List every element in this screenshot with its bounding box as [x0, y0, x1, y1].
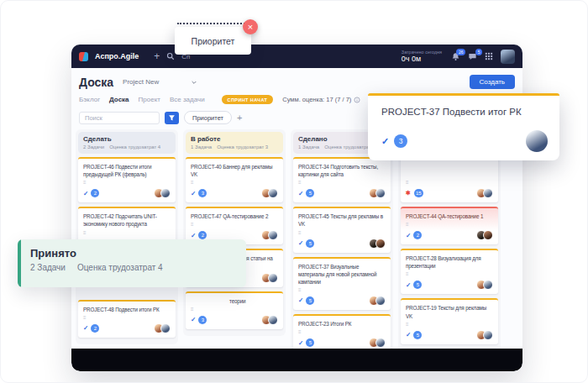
search-icon[interactable] — [166, 52, 175, 60]
description-icon: ≡ — [191, 180, 278, 185]
description-icon: ≡ — [298, 230, 386, 235]
filter-chip-priority[interactable]: Приоритет — [184, 111, 232, 124]
description-icon: ≡ — [83, 230, 171, 235]
tab-board[interactable]: Доска — [109, 96, 129, 103]
tab-backlog[interactable]: Бэклог — [79, 96, 100, 103]
assignee-avatars — [157, 323, 171, 333]
estimate-badge: 2 — [198, 231, 207, 239]
task-card[interactable]: PROJECT-23 Итоги РК ≡ ✓ 5 — [293, 314, 391, 349]
column-title: Сделать — [83, 135, 171, 143]
accepted-estimate: Оценка трудозатрат 4 — [77, 263, 163, 272]
task-card[interactable]: PROJECT-34 Подготовить тексты, картинки … — [293, 157, 391, 202]
column-tasks-count: 1 Задача — [298, 144, 319, 150]
accepted-tasks-count: 2 Задачи — [30, 263, 66, 272]
assignee-avatars — [265, 230, 278, 240]
avatar — [483, 330, 493, 340]
checkmark-icon: ✓ — [83, 324, 88, 332]
accepted-status-popup: Принято 2 Задачи Оценка трудозатрат 4 — [18, 239, 246, 287]
assignee-avatars — [480, 330, 493, 340]
avatar — [375, 239, 386, 249]
estimate-badge: 5 — [413, 331, 422, 339]
estimate-badge: 5 — [306, 239, 314, 248]
add-filter-button[interactable]: + — [237, 113, 242, 123]
app-name: Аспро.Agile — [95, 52, 139, 60]
avatar — [375, 296, 386, 306]
checkmark-icon: ✓ — [406, 232, 411, 239]
tab-project[interactable]: Проект — [139, 96, 160, 103]
assignee-avatars — [372, 188, 386, 198]
assignee-avatars — [157, 188, 171, 198]
avatar — [268, 230, 278, 240]
board-column: ≡ ✱ 15 PROJECT-44 QA-тестирование 1 ≡ ✓ … — [398, 129, 501, 349]
logo-icon — [79, 52, 88, 61]
avatar — [160, 323, 171, 333]
avatar — [268, 273, 278, 283]
top-navbar: Аспро.Agile + Сп Затрачено сегодня 0ч 0м… — [71, 45, 522, 68]
info-icon — [354, 97, 360, 103]
description-icon: ≡ — [83, 180, 171, 185]
task-card[interactable]: ≡ ✱ 15 — [401, 157, 498, 202]
apps-grid-button[interactable] — [485, 52, 493, 60]
accepted-title: Принято — [30, 247, 234, 260]
create-button[interactable]: Создать — [470, 75, 515, 89]
description-icon: ≡ — [83, 315, 171, 320]
board-column: В работе 1 Задача Оценка трудозатрат 3 P… — [183, 129, 286, 336]
column-estimate: Оценка трудозатрат 4 — [109, 144, 160, 150]
column-tasks-count: 1 Задача — [191, 144, 212, 150]
task-card[interactable]: теории ≡ ✓ 3 — [186, 291, 283, 329]
tab-all-tasks[interactable]: Все задачи — [170, 96, 205, 103]
checkmark-icon: ✓ — [191, 232, 196, 239]
column-tasks-count: 2 Задачи — [83, 144, 104, 150]
avatar — [483, 188, 493, 198]
search-input[interactable] — [79, 112, 160, 124]
assignee-avatars — [372, 296, 386, 306]
checkmark-icon: ✓ — [381, 136, 389, 147]
estimate-badge: 5 — [306, 338, 314, 347]
page: Аспро.Agile + Сп Затрачено сегодня 0ч 0м… — [0, 0, 588, 383]
column-header: Сделать 2 Задачи Оценка трудозатрат 4 — [78, 132, 176, 154]
task-card[interactable]: PROJECT-44 QA-тестирование 1 ≡ ✓ 2 — [401, 207, 498, 244]
task-card[interactable]: PROJECT-40 Баннер для рекламы VK ≡ ✓ 3 — [186, 157, 283, 202]
close-button[interactable]: × — [243, 19, 258, 34]
close-icon: × — [248, 22, 253, 32]
user-avatar[interactable] — [501, 50, 515, 64]
task-card[interactable]: PROJECT-45 Тексты для рекламы в VK ≡ ✓ 5 — [293, 207, 391, 252]
estimate-badge: 5 — [306, 296, 314, 305]
assignee-avatars — [372, 338, 386, 348]
task-card-title: PROJECT-19 Тексты для рекламы VK — [406, 304, 493, 319]
task-card[interactable]: PROJECT-46 Подвести итоги предыдущей РК … — [78, 157, 176, 202]
notifications-button[interactable]: 26 — [451, 52, 460, 61]
priority-tooltip: Приоритет × — [175, 27, 251, 55]
project-name: Project New — [123, 78, 159, 86]
task-card[interactable]: PROJECT-19 Тексты для рекламы VK ≡ ✓ 5 — [401, 298, 498, 344]
task-card[interactable]: PROJECT-48 Подвести итоги РК ≡ ✓ 2 — [78, 300, 176, 338]
assignee-avatars — [372, 239, 386, 249]
task-card[interactable]: PROJECT-28 Визуализация для презентации … — [401, 249, 498, 294]
board-column: Сделано 1 Задача Оценка трудозатрат PROJ… — [291, 129, 393, 349]
add-icon[interactable]: + — [154, 51, 160, 61]
assignee-avatars — [480, 280, 493, 290]
avatar — [483, 280, 493, 290]
dragged-task-card[interactable]: PROJECT-37 Подвести итог РК ✓ 3 — [368, 93, 559, 160]
kanban-board: Сделать 2 Задачи Оценка трудозатрат 4 PR… — [71, 129, 522, 349]
grid-icon — [485, 52, 493, 60]
description-icon: ≡ — [406, 271, 493, 276]
avatar — [483, 230, 493, 240]
task-card-title: PROJECT-45 Тексты для рекламы в VK — [298, 212, 386, 228]
avatar — [268, 315, 278, 325]
task-card-title: PROJECT-28 Визуализация для презентации — [406, 254, 493, 270]
window-bottom-bar — [71, 349, 522, 371]
column-header: В работе 1 Задача Оценка трудозатрат 3 — [186, 132, 283, 154]
checkmark-icon: ✓ — [298, 339, 303, 347]
task-card-title: PROJECT-40 Баннер для рекламы VK — [191, 163, 278, 178]
checkmark-icon: ✓ — [406, 331, 411, 338]
messages-button[interactable]: 5 — [468, 52, 477, 61]
filter-button[interactable] — [165, 112, 179, 124]
priority-tooltip-label: Приоритет — [192, 36, 235, 46]
page-title: Доска — [79, 76, 113, 89]
checkmark-icon: ✓ — [298, 239, 303, 247]
task-card[interactable]: PROJECT-37 Визуальные материалы для ново… — [293, 257, 391, 310]
notifications-badge: 26 — [456, 49, 465, 55]
project-selector[interactable]: Project New — [123, 78, 197, 86]
estimate-badge: 2 — [91, 189, 99, 197]
